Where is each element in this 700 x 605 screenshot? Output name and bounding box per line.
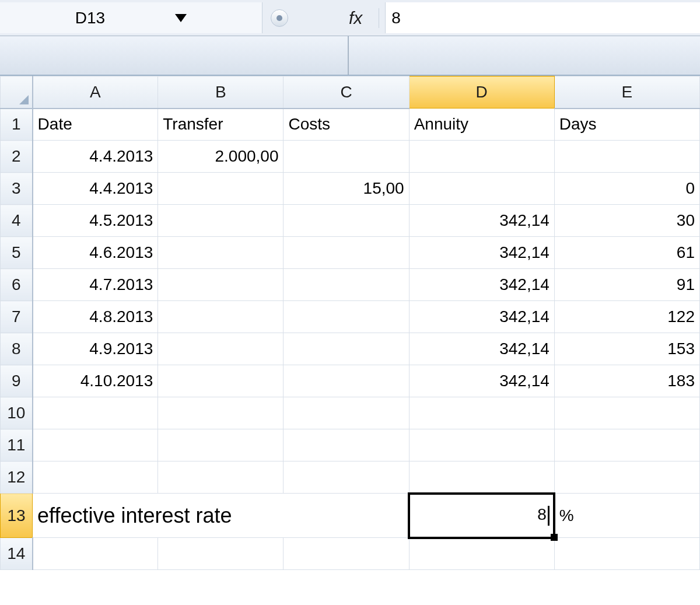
cell-D5[interactable]: 342,14 bbox=[409, 237, 554, 269]
row-header-7[interactable]: 7 bbox=[1, 301, 33, 333]
cell-D13[interactable]: 8 bbox=[409, 494, 554, 538]
cell-B10[interactable] bbox=[158, 397, 284, 429]
cell-B1[interactable]: Transfer bbox=[158, 109, 284, 141]
cell-D6[interactable]: 342,14 bbox=[409, 269, 554, 301]
cell-B6[interactable] bbox=[158, 269, 284, 301]
cell-D1[interactable]: Annuity bbox=[409, 109, 554, 141]
cell-B2[interactable]: 2.000,00 bbox=[158, 141, 284, 173]
row-header-3[interactable]: 3 bbox=[1, 173, 33, 205]
cell-B4[interactable] bbox=[158, 205, 284, 237]
cell-E6[interactable]: 91 bbox=[554, 269, 699, 301]
cell-C12[interactable] bbox=[284, 461, 409, 494]
cell-D11[interactable] bbox=[409, 429, 554, 461]
cell-A7[interactable]: 4.8.2013 bbox=[33, 301, 158, 333]
row-11: 11 bbox=[1, 429, 700, 461]
col-header-A[interactable]: A bbox=[33, 76, 158, 109]
cell-D4[interactable]: 342,14 bbox=[409, 205, 554, 237]
name-box[interactable]: D13 bbox=[65, 6, 197, 30]
row-header-14[interactable]: 14 bbox=[1, 538, 33, 570]
row-header-4[interactable]: 4 bbox=[1, 205, 33, 237]
name-box-dropdown-icon[interactable] bbox=[175, 14, 187, 22]
row-9: 94.10.2013342,14183 bbox=[1, 365, 700, 397]
column-header-row: A B C D E bbox=[1, 76, 700, 109]
cell-E12[interactable] bbox=[554, 461, 699, 494]
cell-A12[interactable] bbox=[33, 461, 158, 494]
cell-A10[interactable] bbox=[33, 397, 158, 429]
formula-input[interactable]: 8 bbox=[385, 2, 700, 33]
cell-E2[interactable] bbox=[554, 141, 699, 173]
cell-C2[interactable] bbox=[284, 141, 409, 173]
cell-D7[interactable]: 342,14 bbox=[409, 301, 554, 333]
cell-D8[interactable]: 342,14 bbox=[409, 333, 554, 365]
row-header-8[interactable]: 8 bbox=[1, 333, 33, 365]
row-header-12[interactable]: 12 bbox=[1, 461, 33, 494]
cell-E7[interactable]: 122 bbox=[554, 301, 699, 333]
cell-C9[interactable] bbox=[284, 365, 409, 397]
cell-D14[interactable] bbox=[409, 538, 554, 570]
row-header-1[interactable]: 1 bbox=[1, 109, 33, 141]
cell-A1[interactable]: Date bbox=[33, 109, 158, 141]
row-header-5[interactable]: 5 bbox=[1, 237, 33, 269]
cell-E1[interactable]: Days bbox=[554, 109, 699, 141]
cell-C8[interactable] bbox=[284, 333, 409, 365]
row-13: 13effective interest rate8% bbox=[1, 494, 700, 538]
select-all-corner[interactable] bbox=[1, 76, 33, 109]
cell-E9[interactable]: 183 bbox=[554, 365, 699, 397]
cell-A11[interactable] bbox=[33, 429, 158, 461]
cell-E10[interactable] bbox=[554, 397, 699, 429]
cell-A2[interactable]: 4.4.2013 bbox=[33, 141, 158, 173]
cancel-icon[interactable] bbox=[271, 9, 288, 27]
cell-D12[interactable] bbox=[409, 461, 554, 494]
cell-E14[interactable] bbox=[554, 538, 699, 570]
cell-D3[interactable] bbox=[409, 173, 554, 205]
cell-A6[interactable]: 4.7.2013 bbox=[33, 269, 158, 301]
row-header-11[interactable]: 11 bbox=[1, 429, 33, 461]
cell-A5[interactable]: 4.6.2013 bbox=[33, 237, 158, 269]
cell-C1[interactable]: Costs bbox=[284, 109, 409, 141]
cell-E8[interactable]: 153 bbox=[554, 333, 699, 365]
cell-A4[interactable]: 4.5.2013 bbox=[33, 205, 158, 237]
cell-C7[interactable] bbox=[284, 301, 409, 333]
col-header-C[interactable]: C bbox=[284, 76, 409, 109]
cell-B7[interactable] bbox=[158, 301, 284, 333]
cell-A14[interactable] bbox=[33, 538, 158, 570]
cell-E5[interactable]: 61 bbox=[554, 237, 699, 269]
cell-B9[interactable] bbox=[158, 365, 284, 397]
cell-E4[interactable]: 30 bbox=[554, 205, 699, 237]
cell-C10[interactable] bbox=[284, 397, 409, 429]
cell-B8[interactable] bbox=[158, 333, 284, 365]
row-header-9[interactable]: 9 bbox=[1, 365, 33, 397]
col-header-B[interactable]: B bbox=[158, 76, 284, 109]
cell-E3[interactable]: 0 bbox=[554, 173, 699, 205]
col-header-D[interactable]: D bbox=[409, 76, 554, 109]
row-10: 10 bbox=[1, 397, 700, 429]
grid[interactable]: A B C D E 1DateTransferCostsAnnuityDays2… bbox=[0, 76, 700, 570]
cell-C14[interactable] bbox=[284, 538, 409, 570]
row-header-2[interactable]: 2 bbox=[1, 141, 33, 173]
row-header-6[interactable]: 6 bbox=[1, 269, 33, 301]
cell-B14[interactable] bbox=[158, 538, 284, 570]
row-header-10[interactable]: 10 bbox=[1, 397, 33, 429]
cell-A9[interactable]: 4.10.2013 bbox=[33, 365, 158, 397]
cell-E11[interactable] bbox=[554, 429, 699, 461]
cell-B11[interactable] bbox=[158, 429, 284, 461]
cell-C5[interactable] bbox=[284, 237, 409, 269]
fx-icon[interactable]: fx bbox=[292, 8, 379, 28]
cell-C11[interactable] bbox=[284, 429, 409, 461]
cell-C3[interactable]: 15,00 bbox=[284, 173, 409, 205]
cell-B3[interactable] bbox=[158, 173, 284, 205]
cell-C6[interactable] bbox=[284, 269, 409, 301]
col-header-E[interactable]: E bbox=[554, 76, 699, 109]
cell-B5[interactable] bbox=[158, 237, 284, 269]
cell-B12[interactable] bbox=[158, 461, 284, 494]
cell-C4[interactable] bbox=[284, 205, 409, 237]
spreadsheet[interactable]: A B C D E 1DateTransferCostsAnnuityDays2… bbox=[0, 76, 700, 570]
cell-D9[interactable]: 342,14 bbox=[409, 365, 554, 397]
cell-D2[interactable] bbox=[409, 141, 554, 173]
cell-D10[interactable] bbox=[409, 397, 554, 429]
cell-E13[interactable]: % bbox=[554, 494, 699, 538]
cell-A8[interactable]: 4.9.2013 bbox=[33, 333, 158, 365]
cell-A13-merged-label[interactable]: effective interest rate bbox=[33, 494, 410, 538]
cell-A3[interactable]: 4.4.2013 bbox=[33, 173, 158, 205]
row-header-13[interactable]: 13 bbox=[1, 494, 33, 538]
